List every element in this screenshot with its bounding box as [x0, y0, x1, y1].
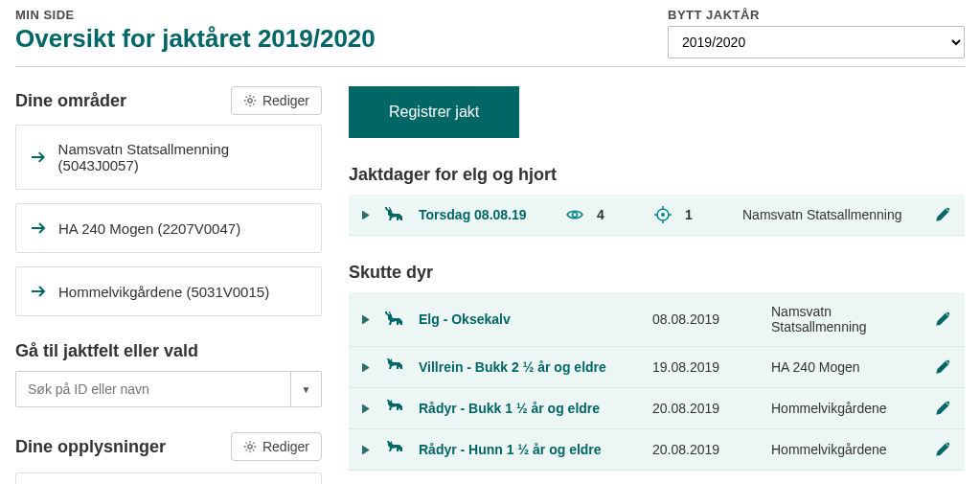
area-search-input[interactable]	[16, 372, 290, 406]
expand-icon	[362, 315, 371, 324]
edit-details-label: Rediger	[262, 439, 309, 454]
shot-animal-label: Elg - Oksekalv	[419, 311, 639, 327]
hunt-day-area: Namsvatn Statsallmenning	[742, 207, 921, 222]
details-heading: Dine opplysninger	[15, 437, 166, 457]
area-item[interactable]: Hommelvikgårdene (5031V0015)	[15, 266, 322, 316]
shot-animal-row[interactable]: Rådyr - Hunn 1 ½ år og eldre 20.08.2019 …	[349, 429, 965, 471]
shot-animal-date: 08.08.2019	[652, 311, 758, 327]
expand-icon	[362, 446, 371, 454]
area-label: Hommelvikgårdene (5031V0015)	[58, 284, 269, 300]
shot-animal-date: 20.08.2019	[652, 442, 758, 457]
edit-areas-button[interactable]: Rediger	[231, 86, 322, 115]
area-label: HA 240 Mogen (2207V0047)	[58, 220, 240, 237]
shot-animal-date: 20.08.2019	[652, 401, 758, 416]
pencil-icon[interactable]	[934, 400, 951, 417]
register-hunt-button[interactable]: Registrer jakt	[349, 86, 519, 138]
breadcrumb-subtitle: MIN SIDE	[15, 8, 668, 22]
shot-animal-area: Hommelvikgårdene	[771, 401, 921, 416]
expand-icon	[362, 363, 371, 372]
area-label: Namsvatn Statsallmenning (5043J0057)	[58, 141, 308, 173]
target-icon	[654, 206, 672, 223]
roe-deer-icon	[384, 441, 405, 458]
gear-icon	[243, 94, 257, 107]
pencil-icon[interactable]	[934, 358, 951, 376]
shot-animal-row[interactable]: Elg - Oksekalv 08.08.2019 Namsvatn Stats…	[349, 292, 965, 347]
search-heading: Gå til jaktfelt eller vald	[15, 341, 322, 361]
reindeer-icon	[384, 358, 405, 376]
hunt-days-heading: Jaktdager for elg og hjort	[349, 165, 965, 185]
area-search-dropdown[interactable]: ▼	[290, 372, 321, 406]
eye-icon	[566, 206, 583, 223]
shot-animal-area: Namsvatn Statsallmenning	[771, 304, 921, 334]
expand-icon	[362, 211, 371, 219]
moose-icon	[384, 206, 405, 223]
area-item[interactable]: Namsvatn Statsallmenning (5043J0057)	[15, 125, 322, 190]
shot-animal-area: Hommelvikgårdene	[771, 442, 921, 457]
shot-animal-row[interactable]: Rådyr - Bukk 1 ½ år og eldre 20.08.2019 …	[349, 388, 965, 429]
pencil-icon[interactable]	[934, 311, 951, 328]
shot-animal-label: Rådyr - Hunn 1 ½ år og eldre	[419, 442, 639, 457]
areas-heading: Dine områder	[15, 91, 126, 111]
gear-icon	[243, 440, 257, 453]
shot-animal-row[interactable]: Villrein - Bukk 2 ½ år og eldre 19.08.20…	[349, 347, 965, 388]
pencil-icon[interactable]	[934, 441, 951, 458]
shot-animal-area: HA 240 Mogen	[771, 359, 921, 375]
edit-details-button[interactable]: Rediger	[231, 432, 322, 461]
shot-animal-label: Rådyr - Bukk 1 ½ år og eldre	[419, 401, 639, 416]
hunt-shot-count: 1	[685, 207, 704, 222]
hunt-seen-count: 4	[597, 207, 616, 222]
shot-animals-heading: Skutte dyr	[349, 263, 965, 283]
expand-icon	[362, 404, 371, 413]
arrow-right-icon	[30, 283, 47, 300]
arrow-right-icon	[30, 219, 47, 237]
page-title: Oversikt for jaktåret 2019/2020	[15, 24, 668, 54]
hunt-day-label: Torsdag 08.08.19	[419, 207, 553, 222]
year-select[interactable]: 2019/2020	[668, 26, 965, 58]
details-card: Navn	[15, 472, 322, 484]
shot-animal-date: 19.08.2019	[652, 359, 758, 375]
year-select-label: BYTT JAKTÅR	[668, 8, 965, 22]
area-item[interactable]: HA 240 Mogen (2207V0047)	[15, 203, 322, 253]
page-header: MIN SIDE Oversikt for jaktåret 2019/2020…	[15, 8, 965, 67]
shot-animal-label: Villrein - Bukk 2 ½ år og eldre	[419, 359, 639, 375]
roe-deer-icon	[384, 400, 405, 417]
hunt-day-row[interactable]: Torsdag 08.08.19 4 1 Namsvatn Statsallme…	[349, 195, 965, 236]
arrow-right-icon	[30, 149, 47, 166]
moose-icon	[384, 311, 405, 328]
pencil-icon[interactable]	[934, 206, 951, 223]
edit-areas-label: Rediger	[262, 93, 309, 108]
